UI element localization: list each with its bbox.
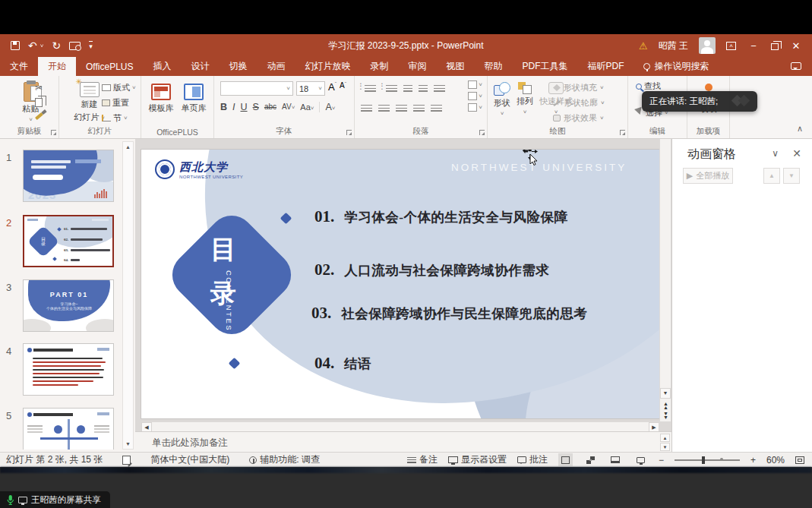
undo-dropdown-icon[interactable]: ˅	[40, 43, 44, 49]
tab-tell-me[interactable]: 操作说明搜索	[633, 57, 719, 76]
zoom-slider[interactable]	[675, 459, 740, 461]
display-settings-button[interactable]: 显示器设置	[448, 453, 507, 466]
comments-bubble-icon[interactable]	[791, 62, 801, 70]
previous-slide-icon[interactable]: ▲▲	[661, 402, 671, 409]
slide-thumbnail-3[interactable]: PART 01 学习体会–个体的生活安全与风险保障	[23, 279, 114, 332]
scroll-up-icon[interactable]: ▲	[123, 142, 133, 152]
dialog-launcher-icon[interactable]	[479, 130, 485, 135]
ribbon-display-options-icon[interactable]: ˄	[726, 42, 736, 50]
zoom-in-button[interactable]: +	[750, 455, 756, 465]
horizontal-scrollbar[interactable]: ◀ ▶	[141, 421, 659, 432]
start-slideshow-icon[interactable]	[69, 42, 81, 50]
notes-pane[interactable]: 单击此处添加备注 ▲ ▼	[135, 431, 671, 452]
tab-slideshow[interactable]: 幻灯片放映	[295, 57, 360, 76]
align-center-icon[interactable]	[378, 105, 390, 113]
shape-effects-button[interactable]: 形状效果˅	[553, 112, 605, 124]
warning-icon[interactable]: ⚠	[639, 40, 648, 52]
tab-transitions[interactable]: 切换	[219, 57, 257, 76]
align-left-icon[interactable]	[361, 105, 372, 113]
scroll-up-icon[interactable]: ▲	[660, 434, 670, 442]
bullets-icon[interactable]	[365, 85, 376, 93]
collapse-ribbon-icon[interactable]: ∧	[797, 124, 803, 134]
underline-button[interactable]: U	[241, 103, 248, 112]
increase-indent-icon[interactable]	[419, 85, 428, 93]
slide-thumbnail-1[interactable]: 2023	[23, 150, 114, 202]
slide-thumbnail-2-selected[interactable]: 目录 01. 02. 03. 04.	[23, 215, 114, 267]
shape-fill-button[interactable]: 形状填充˅	[553, 82, 605, 93]
numbering-icon[interactable]	[386, 85, 397, 93]
grow-font-button[interactable]: Aˆ	[328, 81, 336, 96]
save-icon[interactable]	[11, 41, 20, 50]
tab-officeplus[interactable]: OfficePLUS	[76, 57, 143, 76]
section-button[interactable]: 节˅	[102, 112, 136, 124]
tab-file[interactable]: 文件	[0, 57, 38, 76]
toc-item-2[interactable]: 02. 人口流动与社会保障跨域协作需求	[314, 260, 549, 279]
zoom-out-button[interactable]: −	[659, 455, 664, 465]
spellcheck-icon[interactable]	[122, 456, 131, 465]
thumbnail-scrollbar[interactable]: ▲ ▼	[122, 141, 134, 450]
character-spacing-button[interactable]: AV˅	[282, 103, 295, 111]
redo-icon[interactable]: ↻	[52, 40, 61, 51]
move-earlier-button[interactable]: ▲	[763, 168, 780, 184]
find-button[interactable]: 查找	[636, 80, 687, 92]
reset-button[interactable]: 重置	[102, 97, 136, 109]
avatar[interactable]	[699, 37, 716, 54]
account-name[interactable]: 昭茜 王	[659, 39, 688, 52]
line-spacing-icon[interactable]	[434, 85, 445, 93]
customize-qat-icon[interactable]: ▾	[89, 41, 93, 50]
undo-icon[interactable]: ↶	[28, 40, 37, 51]
justify-icon[interactable]	[413, 105, 425, 113]
slideshow-button[interactable]	[633, 453, 648, 466]
arrange-button[interactable]: 排列˅	[517, 82, 533, 117]
dialog-launcher-icon[interactable]	[620, 130, 625, 135]
toc-item-4[interactable]: 04. 结语	[314, 354, 371, 373]
close-button[interactable]: ✕	[789, 40, 803, 52]
convert-smartart-button[interactable]: ˅	[468, 103, 482, 112]
slide-thumbnail-5[interactable]	[23, 408, 114, 450]
tab-animations[interactable]: 动画	[257, 57, 295, 76]
play-all-button[interactable]: ▶ 全部播放	[683, 168, 733, 184]
shapes-button[interactable]: 形状˅	[494, 82, 510, 117]
accessibility-status[interactable]: 辅助功能: 调查	[249, 453, 320, 466]
vertical-scrollbar[interactable]: ▼ ▲▲ ▼▼	[659, 139, 671, 421]
move-later-button[interactable]: ▼	[783, 168, 800, 184]
tab-insert[interactable]: 插入	[143, 57, 181, 76]
tab-help[interactable]: 帮助	[474, 57, 512, 76]
language-status[interactable]: 简体中文(中国大陆)	[150, 453, 229, 466]
strikethrough-button[interactable]: S	[253, 103, 259, 112]
layout-button[interactable]: 版式˅	[102, 82, 136, 93]
screen-share-banner[interactable]: 王昭茜的屏幕共享	[0, 491, 110, 508]
slide-sorter-button[interactable]	[583, 453, 598, 466]
comments-button[interactable]: 批注	[517, 453, 548, 466]
zoom-level[interactable]: 60%	[766, 455, 785, 465]
columns-icon[interactable]	[431, 105, 442, 113]
reading-view-button[interactable]	[608, 453, 623, 466]
align-text-button[interactable]: ˅	[468, 92, 482, 100]
slide-count[interactable]: 幻灯片 第 2 张, 共 15 张	[6, 453, 103, 466]
fit-to-window-icon[interactable]	[795, 456, 804, 464]
next-slide-icon[interactable]: ▼▼	[661, 412, 671, 419]
shape-outline-button[interactable]: 形状轮廓˅	[553, 97, 605, 109]
tab-record[interactable]: 录制	[360, 57, 398, 76]
change-case-button[interactable]: Aa˅	[300, 103, 314, 112]
shrink-font-button[interactable]: Aˇ	[340, 81, 346, 96]
toc-item-1[interactable]: 01. 学习体会-个体的生活安全与风险保障	[314, 207, 568, 226]
text-direction-button[interactable]: ˅	[468, 80, 482, 89]
dialog-launcher-icon[interactable]	[51, 130, 56, 135]
font-color-button[interactable]: A˅	[325, 103, 335, 112]
tab-foxit-pdf[interactable]: 福昕PDF	[577, 57, 633, 76]
scroll-down-icon[interactable]: ▼	[660, 388, 671, 399]
close-icon[interactable]: ✕	[792, 147, 801, 159]
notes-placeholder[interactable]: 单击此处添加备注	[152, 437, 228, 450]
align-right-icon[interactable]	[396, 105, 407, 113]
bold-button[interactable]: B	[220, 103, 227, 112]
notes-button[interactable]: 备注	[407, 453, 438, 466]
zoom-slider-thumb[interactable]	[702, 456, 705, 464]
decrease-indent-icon[interactable]	[403, 85, 412, 93]
toc-diamond-shape[interactable]: 目 录 CONTENTES	[163, 206, 300, 343]
restore-button[interactable]	[771, 43, 779, 50]
scroll-down-icon[interactable]: ▼	[660, 443, 670, 451]
italic-button[interactable]: I	[232, 103, 235, 112]
slide-canvas[interactable]: 西北大学 NORTHWEST UNIVERSITY NORTHWEST UNIV…	[141, 150, 660, 418]
tab-design[interactable]: 设计	[181, 57, 219, 76]
